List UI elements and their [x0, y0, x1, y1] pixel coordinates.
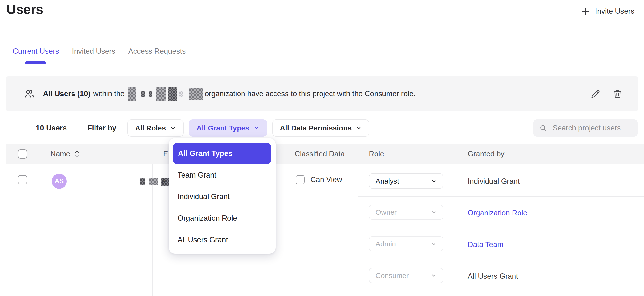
role-select-analyst[interactable]: Analyst — [369, 174, 444, 188]
sort-icon — [74, 150, 80, 158]
name-header-label: Name — [50, 150, 70, 158]
chevron-down-icon — [431, 178, 437, 184]
granted-by-individual-grant: Individual Grant — [468, 177, 520, 186]
search-icon — [539, 124, 547, 132]
column-divider — [358, 164, 358, 296]
dropdown-item-individual-grant[interactable]: Individual Grant — [178, 186, 230, 208]
user-email-partial: a — [162, 177, 166, 186]
role-select-value: Admin — [376, 240, 396, 248]
avatar: AS — [52, 174, 67, 189]
column-header-email: E — [163, 144, 168, 164]
role-select-value: Owner — [376, 208, 396, 216]
all-roles-label: All Roles — [135, 124, 166, 132]
invite-users-label: Invite Users — [595, 7, 634, 16]
banner-text-after: organization have access to this project… — [205, 90, 416, 98]
edit-grant-button[interactable] — [590, 88, 601, 99]
people-icon — [24, 88, 35, 100]
delete-grant-button[interactable] — [612, 88, 623, 99]
banner-text-before: within the — [93, 90, 124, 98]
classified-data-cell: Can View — [296, 175, 342, 184]
all-grant-types-filter[interactable]: All Grant Types — [189, 120, 267, 137]
column-header-classified-data: Classified Data — [295, 144, 344, 164]
banner-text: All Users (10) within the organization h… — [43, 87, 416, 100]
column-divider — [456, 164, 457, 296]
role-select-admin: Admin — [369, 236, 444, 252]
grant-types-dropdown: All Grant Types Team Grant Individual Gr… — [169, 138, 276, 254]
dropdown-item-organization-role[interactable]: Organization Role — [178, 208, 237, 229]
page-title: Users — [6, 2, 43, 17]
banner-users-count: All Users (10) — [43, 90, 90, 98]
role-select-consumer: Consumer — [369, 268, 444, 283]
column-header-name[interactable]: Name — [50, 144, 80, 164]
active-tab-indicator — [25, 62, 46, 64]
search-box — [534, 120, 638, 137]
all-data-permissions-label: All Data Permissions — [280, 124, 352, 132]
select-all-checkbox[interactable] — [18, 150, 27, 158]
tab-invited-users[interactable]: Invited Users — [72, 47, 116, 56]
all-roles-filter[interactable]: All Roles — [128, 120, 184, 137]
chevron-down-icon — [431, 241, 437, 247]
search-input[interactable] — [552, 124, 635, 133]
filter-by-label: Filter by — [87, 124, 116, 132]
grant-row-divider — [358, 260, 644, 260]
plus-icon — [581, 6, 591, 16]
all-data-permissions-filter[interactable]: All Data Permissions — [272, 120, 369, 137]
row-bottom-divider — [6, 291, 644, 292]
grant-row-divider — [358, 196, 644, 197]
grant-row-divider — [358, 228, 644, 228]
row-checkbox[interactable] — [18, 175, 27, 184]
dropdown-item-team-grant[interactable]: Team Grant — [178, 164, 216, 186]
role-select-value: Analyst — [376, 177, 399, 185]
filter-bar: 10 Users Filter by All Roles All Grant T… — [6, 120, 638, 137]
dropdown-item-all-users-grant[interactable]: All Users Grant — [178, 229, 228, 251]
chevron-down-icon — [431, 273, 437, 278]
banner-actions — [590, 76, 623, 111]
tab-current-users[interactable]: Current Users — [13, 47, 59, 56]
pencil-icon — [590, 88, 601, 99]
filter-bar-divider — [77, 122, 77, 134]
granted-by-organization-role-link[interactable]: Organization Role — [468, 209, 527, 217]
users-page: Users Invite Users Current Users Invited… — [0, 0, 644, 296]
tab-bar: Current Users Invited Users Access Reque… — [13, 47, 186, 56]
column-header-granted-by: Granted by — [468, 144, 504, 164]
user-count: 10 Users — [36, 124, 67, 132]
all-users-banner: All Users (10) within the organization h… — [6, 76, 638, 111]
granted-by-all-users-grant: All Users Grant — [468, 272, 518, 281]
role-select-owner: Owner — [369, 204, 444, 220]
chevron-down-icon — [431, 210, 437, 215]
chevron-down-icon — [254, 125, 260, 131]
chevron-down-icon — [170, 125, 176, 131]
column-divider — [284, 164, 284, 296]
column-header-role: Role — [369, 144, 384, 164]
chevron-down-icon — [356, 125, 362, 131]
tabs-divider — [6, 66, 644, 66]
role-select-value: Consumer — [376, 272, 408, 280]
redacted-org-name — [128, 87, 203, 100]
table-header: Name E Classified Data Role Granted by — [6, 144, 644, 164]
granted-by-data-team-link[interactable]: Data Team — [468, 240, 504, 249]
dropdown-item-all-grant-types-selected[interactable]: All Grant Types — [173, 143, 271, 164]
trash-icon — [612, 88, 623, 99]
all-grant-types-label: All Grant Types — [196, 124, 249, 132]
invite-users-button[interactable]: Invite Users — [581, 6, 634, 16]
tab-access-requests[interactable]: Access Requests — [128, 47, 186, 56]
can-view-checkbox[interactable] — [296, 175, 305, 184]
can-view-label: Can View — [310, 175, 342, 184]
